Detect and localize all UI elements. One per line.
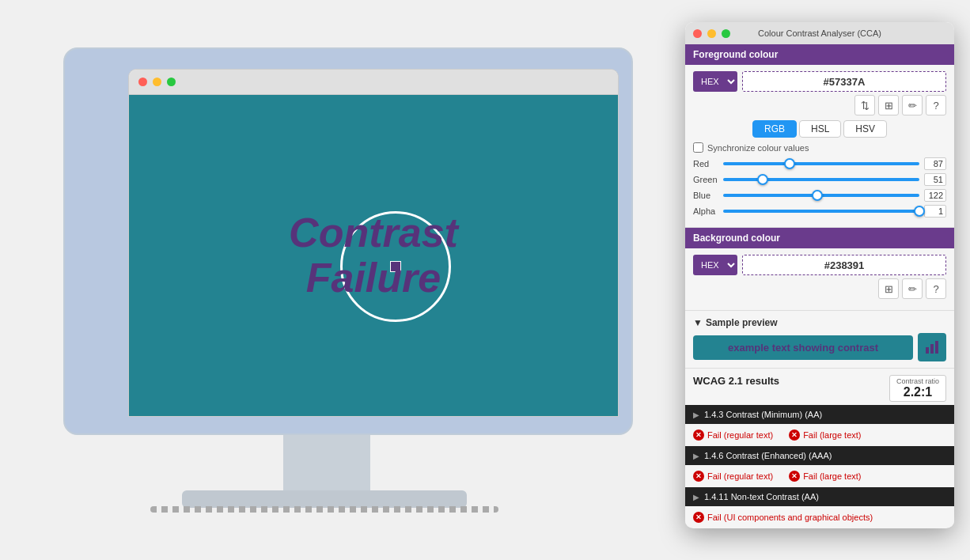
svg-rect-1 bbox=[930, 344, 934, 354]
wcag-143-label: 1.4.3 Contrast (Minimum) (AA) bbox=[704, 410, 822, 419]
slider-alpha-row: Alpha 1 bbox=[693, 205, 946, 218]
slider-green-track[interactable] bbox=[723, 178, 919, 181]
slider-red-label: Red bbox=[693, 159, 718, 168]
fg-hex-row: HEX RGB HSL bbox=[693, 71, 946, 92]
wcag-146-fail-large-label: Fail (large text) bbox=[803, 471, 861, 481]
fg-format-select[interactable]: HEX RGB HSL bbox=[693, 71, 737, 92]
browser-titlebar bbox=[129, 70, 618, 95]
slider-blue-track[interactable] bbox=[723, 194, 919, 197]
wcag-header-row: WCAG 2.1 results Contrast ratio 2.2:1 bbox=[685, 369, 954, 405]
wcag-143-triangle: ▶ bbox=[693, 411, 699, 419]
foreground-section: HEX RGB HSL ⇅ ⊞ ✏ ? RGB HSL HSV Synchron… bbox=[685, 65, 954, 228]
wcag-146-fail-regular: ✕ Fail (regular text) bbox=[693, 471, 773, 482]
wcag-143-fails: ✕ Fail (regular text) ✕ Fail (large text… bbox=[685, 426, 954, 445]
browser-content: ContrastFailure bbox=[129, 95, 618, 416]
wcag-title: WCAG 2.1 results bbox=[693, 375, 779, 387]
wcag-143-fail-regular: ✕ Fail (regular text) bbox=[693, 429, 773, 441]
fail-icon-146-regular: ✕ bbox=[693, 471, 704, 482]
monitor-illustration: ContrastFailure bbox=[24, 47, 641, 538]
sample-text-box[interactable]: example text showing contrast bbox=[693, 335, 913, 360]
slider-green-row: Green 51 bbox=[693, 173, 946, 186]
help-icon[interactable]: ? bbox=[926, 95, 946, 115]
wcag-146-header[interactable]: ▶ 1.4.6 Contrast (Enhanced) (AAA) bbox=[685, 446, 954, 465]
slider-red-track[interactable] bbox=[723, 162, 919, 165]
sample-preview-area: example text showing contrast bbox=[693, 333, 946, 361]
monitor-stand-neck bbox=[283, 435, 370, 498]
tab-hsl[interactable]: HSL bbox=[799, 120, 841, 138]
fg-tab-row: RGB HSL HSV bbox=[693, 120, 946, 138]
cca-dot-yellow[interactable] bbox=[707, 29, 716, 38]
bg-format-select[interactable]: HEX RGB HSL bbox=[693, 255, 737, 275]
background-section-header: Background colour bbox=[685, 228, 954, 248]
svg-rect-0 bbox=[926, 347, 929, 354]
bg-hex-input[interactable] bbox=[742, 255, 946, 275]
browser-dot-red bbox=[138, 78, 147, 86]
eyedropper-icon[interactable]: ✏ bbox=[902, 95, 923, 115]
wcag-146-fails: ✕ Fail (regular text) ✕ Fail (large text… bbox=[685, 467, 954, 486]
monitor-stand-base bbox=[182, 490, 467, 508]
slider-blue-thumb[interactable] bbox=[812, 190, 823, 201]
slider-blue-row: Blue 122 bbox=[693, 189, 946, 202]
teal-background: ContrastFailure bbox=[129, 95, 618, 416]
wcag-1411-fail-ui: ✕ Fail (UI components and graphical obje… bbox=[693, 512, 873, 523]
bg-eyedropper-icon[interactable]: ✏ bbox=[902, 278, 923, 299]
cca-window: Colour Contrast Analyser (CCA) Foregroun… bbox=[685, 22, 954, 528]
browser-dot-green bbox=[167, 78, 176, 86]
bg-toolbar: ⊞ ✏ ? bbox=[693, 278, 946, 299]
fail-icon-1411-ui: ✕ bbox=[693, 512, 704, 523]
wcag-1411-fails: ✕ Fail (UI components and graphical obje… bbox=[685, 508, 954, 527]
fail-icon-143-large: ✕ bbox=[789, 429, 800, 441]
slider-blue-label: Blue bbox=[693, 191, 718, 200]
browser-dot-yellow bbox=[153, 78, 161, 86]
wcag-146-fail-regular-label: Fail (regular text) bbox=[707, 471, 773, 481]
wcag-1411-triangle: ▶ bbox=[693, 493, 699, 501]
cca-dot-green[interactable] bbox=[722, 29, 730, 38]
tab-hsv[interactable]: HSV bbox=[843, 120, 887, 138]
contrast-ratio-box: Contrast ratio 2.2:1 bbox=[889, 375, 946, 402]
slider-alpha-value[interactable]: 1 bbox=[924, 205, 946, 218]
fg-sync-label: Synchronize colour values bbox=[707, 143, 809, 153]
slider-green-value[interactable]: 51 bbox=[924, 173, 946, 186]
contrast-ratio-value: 2.2:1 bbox=[896, 385, 939, 399]
browser-window: ContrastFailure bbox=[128, 69, 619, 417]
slider-red-thumb[interactable] bbox=[784, 158, 795, 169]
slider-red-row: Red 87 bbox=[693, 157, 946, 170]
bg-help-icon[interactable]: ? bbox=[926, 278, 946, 299]
wcag-143-header[interactable]: ▶ 1.4.3 Contrast (Minimum) (AA) bbox=[685, 405, 954, 424]
fail-icon-146-large: ✕ bbox=[789, 471, 800, 482]
svg-rect-2 bbox=[935, 341, 938, 354]
slider-green-label: Green bbox=[693, 175, 718, 184]
fg-sync-row: Synchronize colour values bbox=[693, 142, 946, 153]
cca-title: Colour Contrast Analyser (CCA) bbox=[758, 28, 881, 38]
fg-hex-input[interactable] bbox=[742, 71, 946, 92]
tab-rgb[interactable]: RGB bbox=[752, 120, 797, 138]
wcag-146-fail-large: ✕ Fail (large text) bbox=[789, 471, 861, 482]
background-section: HEX RGB HSL ⊞ ✏ ? bbox=[685, 248, 954, 311]
wcag-1411-label: 1.4.11 Non-text Contrast (AA) bbox=[704, 492, 819, 501]
bg-hex-row: HEX RGB HSL bbox=[693, 255, 946, 275]
slider-green-thumb[interactable] bbox=[757, 174, 768, 185]
monitor-bezel: ContrastFailure bbox=[63, 47, 633, 435]
sample-triangle-icon: ▼ bbox=[693, 317, 703, 328]
contrast-ratio-label: Contrast ratio bbox=[896, 377, 939, 385]
monitor-foot-line bbox=[150, 506, 498, 513]
swap-icon[interactable]: ⇅ bbox=[854, 95, 875, 115]
bg-grid-icon[interactable]: ⊞ bbox=[878, 278, 899, 299]
sample-chart-button[interactable] bbox=[918, 333, 946, 361]
slider-alpha-thumb[interactable] bbox=[914, 206, 925, 217]
fg-toolbar: ⇅ ⊞ ✏ ? bbox=[693, 95, 946, 115]
wcag-146-label: 1.4.6 Contrast (Enhanced) (AAA) bbox=[704, 451, 832, 460]
cca-titlebar: Colour Contrast Analyser (CCA) bbox=[685, 22, 954, 44]
wcag-1411-header[interactable]: ▶ 1.4.11 Non-text Contrast (AA) bbox=[685, 487, 954, 506]
wcag-143-fail-large: ✕ Fail (large text) bbox=[789, 429, 861, 441]
cca-dot-red[interactable] bbox=[693, 29, 702, 38]
sample-preview-section: ▼ Sample preview example text showing co… bbox=[685, 311, 954, 369]
slider-alpha-track[interactable] bbox=[723, 210, 919, 213]
slider-red-value[interactable]: 87 bbox=[924, 157, 946, 170]
slider-alpha-label: Alpha bbox=[693, 206, 718, 216]
slider-blue-value[interactable]: 122 bbox=[924, 189, 946, 202]
wcag-143-fail-regular-label: Fail (regular text) bbox=[707, 430, 773, 440]
grid-icon[interactable]: ⊞ bbox=[878, 95, 899, 115]
fg-sync-checkbox[interactable] bbox=[693, 142, 703, 153]
wcag-146-triangle: ▶ bbox=[693, 452, 699, 460]
